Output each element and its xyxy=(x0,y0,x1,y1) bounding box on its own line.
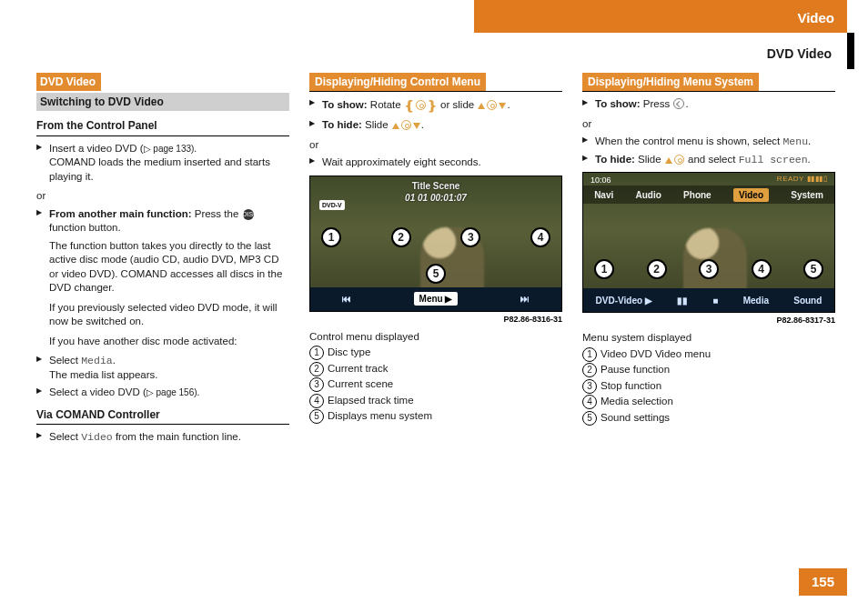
step-list: From another main function: Press the DI… xyxy=(36,207,289,400)
legend-item: Displays menu system xyxy=(309,409,562,424)
nav-video: Video xyxy=(733,188,769,203)
or-separator: or xyxy=(582,117,835,132)
figure-bottom-bar: DVD-Video ▶ ▮▮ ■ Media Sound xyxy=(583,288,834,312)
skip-fwd-icon: ⏭ xyxy=(520,293,530,306)
step-select-video-dvd: Select a video DVD (page 156). xyxy=(36,386,289,400)
skip-back-icon: ⏮ xyxy=(342,293,351,306)
stop-icon: ■ xyxy=(712,295,718,307)
callout-1: 1 xyxy=(321,227,341,247)
figure-caption: Menu system displayed xyxy=(582,331,835,346)
callout-5: 5 xyxy=(803,259,823,279)
topic-chip: Displaying/Hiding Menu System xyxy=(582,73,759,91)
knob-icon xyxy=(416,100,426,110)
section-title: Video xyxy=(797,9,834,27)
rotate-right-icon: ❵ xyxy=(427,98,438,113)
step-list: Select Video from the main function line… xyxy=(36,430,289,445)
menu-button: Menu ▶ xyxy=(414,292,459,306)
content-columns: DVD Video Switching to DVD Video From th… xyxy=(0,0,868,537)
callout-4: 4 xyxy=(752,259,772,279)
step-list: Wait approximately eight seconds. xyxy=(309,156,562,170)
nav-navi: Navi xyxy=(594,189,613,202)
column-1: DVD Video Switching to DVD Video From th… xyxy=(36,73,289,537)
pause-icon: ▮▮ xyxy=(677,295,688,307)
arrow-up-icon xyxy=(478,103,485,109)
figure-legend: Video DVD Video menu Pause function Stop… xyxy=(582,347,835,426)
legend-item: Stop function xyxy=(582,379,835,394)
softkey-sound: Sound xyxy=(793,295,822,307)
step-to-hide: To hide: Slide . xyxy=(309,118,562,133)
figure-legend: Disc type Current track Current scene El… xyxy=(309,346,562,424)
step-to-show: To show: Rotate ❴❵ or slide . xyxy=(309,97,562,115)
column-3: Displaying/Hiding Menu System To show: P… xyxy=(582,73,835,537)
step-when-shown: When the control menu is shown, select M… xyxy=(582,135,835,149)
figure-menu-system: 10:06 READY ▮▮▮▮▯ Navi Audio Phone Video… xyxy=(582,172,835,313)
step-insert-dvd: Insert a video DVD (page 133). COMAND lo… xyxy=(36,142,289,185)
xref-icon: page 133). xyxy=(144,144,197,154)
subsection-title: DVD Video xyxy=(767,45,832,63)
callout-4: 4 xyxy=(530,227,550,247)
legend-item: Video DVD Video menu xyxy=(582,347,835,362)
step-to-hide: To hide: Slide and select Full screen. xyxy=(582,153,835,167)
arrow-down-icon xyxy=(413,123,420,129)
manual-page: Video DVD Video DVD Video Switching to D… xyxy=(0,0,868,612)
rotate-left-icon: ❴ xyxy=(404,98,415,113)
arrow-up-icon xyxy=(392,123,399,129)
figure-callouts: 1 2 3 4 5 xyxy=(594,259,823,279)
step-list: Insert a video DVD (page 133). COMAND lo… xyxy=(36,142,289,185)
knob-icon xyxy=(674,155,684,165)
topic-subchip: Switching to DVD Video xyxy=(36,93,289,111)
nav-audio: Audio xyxy=(636,189,661,202)
or-separator: or xyxy=(309,138,562,153)
legend-item: Disc type xyxy=(309,346,562,360)
dvd-badge: DVD-V xyxy=(319,200,345,210)
step-list: When the control menu is shown, select M… xyxy=(582,135,835,166)
xref-icon: page 156). xyxy=(146,387,200,397)
topic-bar: Displaying/Hiding Menu System xyxy=(582,73,835,92)
topic-bar: Displaying/Hiding Control Menu xyxy=(309,73,562,92)
step-select-video: Select Video from the main function line… xyxy=(36,430,289,445)
legend-item: Pause function xyxy=(582,363,835,377)
step-to-show: To show: Press . xyxy=(582,97,835,112)
figure-caption: Control menu displayed xyxy=(309,330,562,345)
nav-phone: Phone xyxy=(683,189,712,202)
column-2: Displaying/Hiding Control Menu To show: … xyxy=(309,73,562,537)
step-wait: Wait approximately eight seconds. xyxy=(309,156,562,170)
legend-item: Current track xyxy=(309,362,562,376)
page-number: 155 xyxy=(799,568,847,596)
legend-item: Sound settings xyxy=(582,411,835,426)
arrow-down-icon xyxy=(499,103,506,109)
figure-top-nav: Navi Audio Phone Video System xyxy=(583,186,834,204)
section-tab: Video xyxy=(474,0,847,33)
figure-callouts: 1 2 3 4 xyxy=(321,227,550,247)
topic-chip: Displaying/Hiding Control Menu xyxy=(309,73,486,91)
figure-control-menu: Title Scene 01 01 00:01:07 DVD-V 1 2 3 4… xyxy=(309,176,562,312)
heading-via-comand: Via COMAND Controller xyxy=(36,407,289,425)
or-separator: or xyxy=(36,189,289,204)
callout-2: 2 xyxy=(391,227,411,247)
step-from-another-function: From another main function: Press the DI… xyxy=(36,207,289,349)
nav-system: System xyxy=(791,189,823,202)
thumb-index-marker xyxy=(847,33,854,69)
heading-from-control-panel: From the Control Panel xyxy=(36,118,289,135)
figure-overlay-top: Title Scene 01 01 00:01:07 xyxy=(310,180,561,205)
callout-1: 1 xyxy=(594,259,614,279)
figure-ready: READY ▮▮▮▮▯ xyxy=(777,175,827,185)
disc-button-icon: DISC xyxy=(243,209,254,220)
figure-id: P82.86-8316-31 xyxy=(309,314,562,325)
softkey-dvd-video: DVD-Video ▶ xyxy=(596,295,652,307)
callout-3: 3 xyxy=(699,259,719,279)
step-list: To show: Press . xyxy=(582,97,835,112)
legend-item: Elapsed track time xyxy=(309,394,562,408)
softkey-media: Media xyxy=(743,295,769,307)
back-button-icon xyxy=(673,98,684,109)
figure-id: P82.86-8317-31 xyxy=(582,315,835,326)
callout-5: 5 xyxy=(426,264,446,284)
knob-icon xyxy=(401,120,411,130)
arrow-up-icon xyxy=(665,157,672,164)
figure-clock: 10:06 xyxy=(590,175,611,186)
legend-item: Media selection xyxy=(582,395,835,409)
knob-icon xyxy=(487,100,497,110)
step-list: To show: Rotate ❴❵ or slide . To hide: S… xyxy=(309,97,562,132)
legend-item: Current scene xyxy=(309,377,562,392)
figure-bottom-bar: ⏮ Menu ▶ ⏭ xyxy=(310,287,561,311)
